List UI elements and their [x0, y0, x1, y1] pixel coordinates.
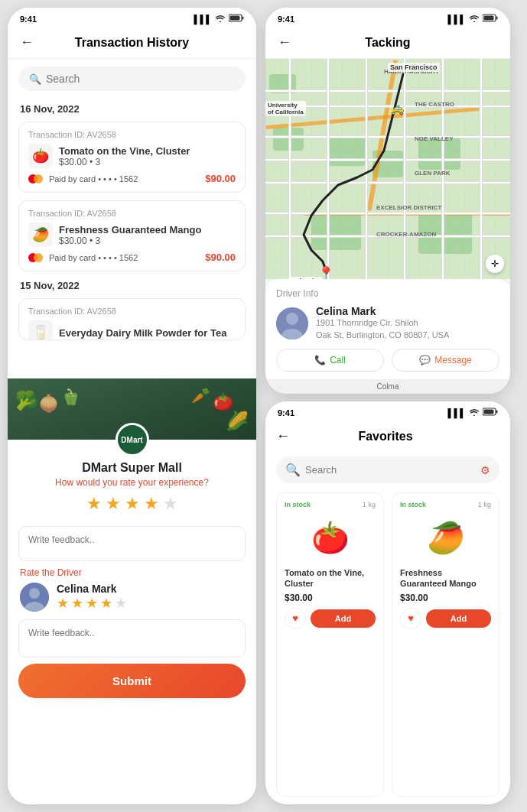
- search-icon-transaction: 🔍: [29, 73, 41, 85]
- in-stock-badge-1: In stock: [285, 501, 311, 508]
- battery-icon-rt: [483, 14, 498, 24]
- driver-avatar-tracking: [276, 307, 308, 339]
- filter-icon[interactable]: ⚙: [480, 464, 490, 476]
- svg-rect-1: [242, 17, 244, 20]
- txn-total-1: $90.00: [205, 173, 236, 184]
- district-glen: GLEN PARK: [415, 170, 451, 177]
- txn-card-2: Paid by card • • • • 1562: [28, 252, 138, 263]
- driver-row: Celina Mark ★ ★ ★ ★ ★: [20, 583, 244, 612]
- status-icons-right-top: ▌▌▌: [448, 14, 498, 24]
- status-icons-left: ▌▌▌: [194, 14, 244, 24]
- txn-name-3: Everyday Dairy Milk Powder for Tea: [59, 327, 226, 339]
- svg-rect-14: [484, 410, 494, 414]
- driver-tracking-name: Celina Mark: [316, 305, 449, 317]
- right-column: 9:41 ▌▌▌ ← Tacking: [265, 8, 519, 804]
- back-button-favorites[interactable]: ←: [276, 428, 290, 444]
- mastercard-icon-1: [28, 174, 45, 184]
- driver-avatar: [20, 583, 49, 612]
- driver-label: Rate the Driver: [20, 567, 244, 578]
- star-4[interactable]: ★: [144, 494, 159, 514]
- map-container: HAIGHT-ASHBURY THE CASTRO NOE VALLEY GLE…: [265, 59, 510, 279]
- product-actions-2: ♥ Add: [400, 608, 491, 629]
- district-castro: THE CASTRO: [415, 101, 454, 108]
- store-logo: DMart: [115, 423, 149, 456]
- favorite-heart-1[interactable]: ♥: [285, 608, 306, 629]
- call-label: Call: [330, 355, 346, 365]
- svg-rect-8: [484, 16, 494, 21]
- txn-item-3: 🥛 Everyday Dairy Milk Powder for Tea: [28, 320, 236, 340]
- star-1[interactable]: ★: [86, 494, 102, 514]
- svg-point-10: [286, 313, 298, 325]
- call-button[interactable]: 📞 Call: [276, 349, 384, 372]
- wifi-icon: [215, 15, 226, 24]
- search-icon-fav: 🔍: [285, 463, 301, 477]
- wifi-icon-fav: [469, 408, 480, 417]
- driver-feedback-textarea[interactable]: [18, 619, 246, 658]
- favorite-heart-2[interactable]: ♥: [400, 608, 421, 629]
- driver-info-text: Celina Mark 1901 Thornridge Cir. Shiloh …: [316, 305, 449, 341]
- driver-stars-row[interactable]: ★ ★ ★ ★ ★: [57, 595, 127, 612]
- back-button-transaction[interactable]: ←: [20, 34, 34, 50]
- message-button[interactable]: 💬 Message: [392, 349, 499, 372]
- transaction-nav-header: ← Transaction History: [8, 27, 256, 59]
- svg-rect-7: [496, 17, 498, 20]
- txn-price-2: $30.00 • 3: [59, 235, 201, 246]
- add-button-2[interactable]: Add: [426, 609, 491, 628]
- battery-icon: [229, 14, 244, 24]
- txn-card-1: Paid by card • • • • 1562: [28, 174, 138, 184]
- driver-actions: 📞 Call 💬 Message: [276, 349, 499, 372]
- add-button-1[interactable]: Add: [311, 609, 376, 628]
- tracking-title: Tacking: [299, 36, 477, 50]
- driver-name-review: Celina Mark: [57, 583, 127, 595]
- driver-star-5[interactable]: ★: [115, 595, 127, 612]
- search-input-transaction[interactable]: [46, 73, 235, 85]
- star-3[interactable]: ★: [125, 494, 140, 514]
- battery-icon-fav: [483, 408, 498, 417]
- phone-icon: 📞: [314, 355, 326, 365]
- favorites-screen: 9:41 ▌▌▌ ← Favorites 🔍 ⚙: [265, 401, 510, 804]
- store-banner: 🥦 🧅 🫑 🍅 🥕 🌽 DMart: [8, 378, 256, 440]
- fav-search-left: 🔍: [285, 463, 434, 477]
- driver-address-2: Oak St, Burlington, CO 80807, USA: [316, 330, 449, 341]
- status-bar-right-top: 9:41 ▌▌▌: [265, 8, 510, 27]
- time-right-top: 9:41: [278, 15, 294, 24]
- back-button-tracking[interactable]: ←: [278, 34, 291, 50]
- store-feedback-textarea[interactable]: [18, 526, 246, 561]
- fav-search-bar[interactable]: 🔍 ⚙: [276, 456, 499, 483]
- txn-name-2: Freshness Guaranteed Mango: [59, 224, 201, 235]
- driver-star-4[interactable]: ★: [100, 595, 112, 612]
- submit-button[interactable]: Submit: [18, 664, 246, 698]
- product-img-2: 🥭: [400, 513, 491, 563]
- store-stars-row[interactable]: ★ ★ ★ ★ ★: [86, 494, 178, 514]
- signal-icon-fav: ▌▌▌: [448, 408, 466, 417]
- search-bar-transaction[interactable]: 🔍: [18, 67, 246, 91]
- city-label-dalv: Dalv City: [288, 277, 323, 279]
- star-2[interactable]: ★: [106, 494, 121, 514]
- driver-star-1[interactable]: ★: [57, 595, 69, 612]
- driver-section: Rate the Driver Celina Mark ★ ★ ★ ★ ★: [8, 561, 256, 619]
- txn-total-2: $90.00: [205, 252, 236, 263]
- product-card-1: In stock 1 kg 🍅 Tomato on the Vine, Clus…: [276, 492, 384, 797]
- product-price-1: $30.00: [285, 593, 376, 603]
- product-actions-1: ♥ Add: [285, 608, 376, 629]
- left-phone: 9:41 ▌▌▌ ← Transaction History 🔍 16 Nov,…: [8, 8, 256, 804]
- district-excelsior: EXCELSIOR DISTRICT: [376, 204, 441, 211]
- transaction-history-section: ← Transaction History 🔍 16 Nov, 2022 Tra…: [8, 27, 256, 378]
- fav-search-input[interactable]: [305, 464, 434, 476]
- tracking-screen: 9:41 ▌▌▌ ← Tacking: [265, 8, 510, 394]
- txn-id-3: Transaction ID: AV2658: [28, 307, 236, 316]
- product-name-2: Freshness Guaranteed Mango: [400, 567, 491, 590]
- driver-star-2[interactable]: ★: [71, 595, 83, 612]
- txn-img-2: 🥭: [28, 222, 53, 247]
- txn-payment-2: Paid by card • • • • 1562 $90.00: [28, 252, 236, 263]
- status-bar-fav: 9:41 ▌▌▌: [265, 401, 510, 421]
- transaction-title: Transaction History: [41, 36, 223, 50]
- favorites-title: Favorites: [290, 430, 481, 443]
- product-badge-row-1: In stock 1 kg: [285, 501, 376, 508]
- rate-question: How would you rate your experience?: [55, 477, 209, 488]
- star-5[interactable]: ★: [163, 494, 178, 514]
- driver-star-3[interactable]: ★: [86, 595, 98, 612]
- txn-id-1: Transaction ID: AV2658: [28, 130, 236, 139]
- txn-price-1: $30.00 • 3: [59, 157, 190, 167]
- driver-info-card: Driver Info Celina Mark 1901 Thornridge …: [265, 279, 510, 379]
